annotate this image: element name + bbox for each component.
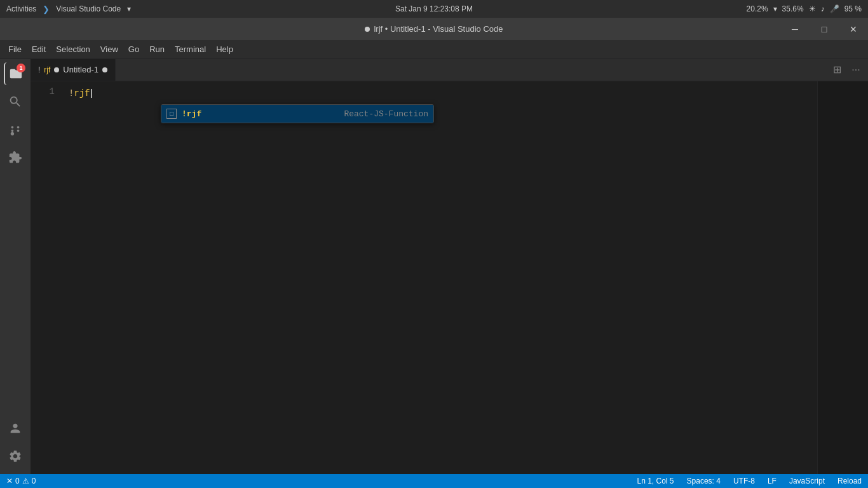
- status-right: Ln 1, Col 5 Spaces: 4 UTF-8 LF JavaScrip…: [634, 474, 865, 488]
- minimize-button[interactable]: ─: [780, 18, 810, 40]
- brightness-icon: ☀: [809, 4, 816, 13]
- activities-button[interactable]: Activities: [6, 4, 36, 13]
- wifi-icon: ▾: [773, 4, 777, 13]
- code-text: rjf: [74, 88, 90, 98]
- system-bar-right: 20.2% ▾ 35.6% ☀ ♪ 🎤 95 %: [747, 4, 862, 13]
- code-keyword: !: [69, 88, 74, 98]
- code-editor[interactable]: !rjf □ !rjf React-JS-Function: [62, 81, 817, 474]
- more-actions-button[interactable]: ···: [847, 61, 865, 79]
- menu-file[interactable]: File: [3, 42, 27, 57]
- status-encoding[interactable]: UTF-8: [730, 474, 758, 488]
- cpu-usage: 20.2%: [747, 4, 768, 13]
- title-dot: [365, 27, 370, 32]
- warning-icon: ⚠: [22, 477, 29, 485]
- menu-edit[interactable]: Edit: [27, 42, 51, 57]
- status-line-ending[interactable]: LF: [764, 474, 780, 488]
- menu-help[interactable]: Help: [211, 42, 238, 57]
- autocomplete-dropdown[interactable]: □ !rjf React-JS-Function: [161, 104, 434, 123]
- line-numbers: 1: [31, 81, 62, 474]
- status-spaces[interactable]: Spaces: 4: [684, 474, 724, 488]
- explorer-icon[interactable]: 1: [4, 62, 27, 85]
- close-button[interactable]: ✕: [839, 18, 868, 40]
- error-icon: ✕: [6, 477, 13, 485]
- title-bar-controls: ─ □ ✕: [780, 18, 868, 40]
- settings-icon[interactable]: [4, 445, 27, 468]
- autocomplete-item[interactable]: □ !rjf React-JS-Function: [161, 105, 433, 123]
- title-bar: lrjf • Untitled-1 - Visual Studio Code ─…: [0, 18, 868, 40]
- system-datetime: Sat Jan 9 12:23:08 PM: [395, 4, 473, 13]
- system-bar-left: Activities ❯ Visual Studio Code ▾: [6, 4, 131, 14]
- source-control-icon[interactable]: [4, 118, 27, 141]
- autocomplete-match: !rjf: [182, 109, 201, 119]
- editor-content[interactable]: 1 !rjf □ !rjf React-JS-Function: [31, 81, 868, 474]
- tab-bar-right: ⊞ ···: [828, 59, 868, 81]
- active-tab[interactable]: !rjf Untitled-1: [31, 59, 116, 81]
- maximize-button[interactable]: □: [810, 18, 839, 40]
- activity-bar-bottom: [4, 417, 27, 468]
- autocomplete-text: !rjf: [182, 109, 201, 119]
- tab-dot: [54, 67, 59, 72]
- autocomplete-description: React-JS-Function: [344, 109, 428, 119]
- system-bar: Activities ❯ Visual Studio Code ▾ Sat Ja…: [0, 0, 868, 18]
- error-count: 0: [15, 477, 20, 485]
- tab-bar: !rjf Untitled-1 ⊞ ···: [31, 59, 868, 81]
- status-bar: ✕ 0 ⚠ 0 Ln 1, Col 5 Spaces: 4 UTF-8 LF J…: [0, 474, 868, 488]
- tab-prefix-bold: rjf: [44, 65, 50, 74]
- menu-terminal[interactable]: Terminal: [170, 42, 211, 57]
- activity-bar: 1: [0, 59, 31, 474]
- menu-selection[interactable]: Selection: [51, 42, 95, 57]
- status-language[interactable]: JavaScript: [786, 474, 828, 488]
- tab-modified-dot: [102, 67, 107, 72]
- status-position[interactable]: Ln 1, Col 5: [634, 474, 677, 488]
- autocomplete-snippet-icon: □: [166, 109, 177, 119]
- status-errors[interactable]: ✕ 0 ⚠ 0: [3, 474, 39, 488]
- line-number-1: 1: [31, 86, 55, 97]
- minimap: [817, 81, 868, 474]
- app-name-label: Visual Studio Code: [56, 4, 121, 13]
- menu-run[interactable]: Run: [144, 42, 170, 57]
- window-title: lrjf • Untitled-1 - Visual Studio Code: [374, 24, 503, 34]
- menu-bar: File Edit Selection View Go Run Terminal…: [0, 40, 868, 59]
- main-layout: 1: [0, 59, 868, 474]
- battery-percent: 35.6%: [782, 4, 804, 13]
- account-icon[interactable]: [4, 417, 27, 440]
- battery-display: 95 %: [844, 4, 862, 13]
- warning-count: 0: [32, 477, 36, 485]
- status-left: ✕ 0 ⚠ 0: [3, 474, 39, 488]
- code-line-1: !rjf: [69, 86, 817, 100]
- menu-go[interactable]: Go: [123, 42, 144, 57]
- cursor: [91, 89, 92, 98]
- explorer-badge: 1: [17, 64, 25, 72]
- volume-icon: ♪: [821, 4, 825, 13]
- split-editor-button[interactable]: ⊞: [828, 61, 846, 79]
- search-icon[interactable]: [4, 90, 27, 113]
- extensions-icon[interactable]: [4, 146, 27, 169]
- tab-filename: Untitled-1: [63, 65, 98, 74]
- app-arrow-icon: ▾: [127, 4, 131, 13]
- editor-area: !rjf Untitled-1 ⊞ ··· 1 !rjf: [31, 59, 868, 474]
- status-reload[interactable]: Reload: [834, 474, 865, 488]
- menu-view[interactable]: View: [95, 42, 123, 57]
- tab-prefix: !: [38, 65, 40, 74]
- mic-icon: 🎤: [830, 4, 839, 13]
- vscode-icon: ❯: [43, 4, 50, 14]
- title-bar-text: lrjf • Untitled-1 - Visual Studio Code: [365, 24, 503, 34]
